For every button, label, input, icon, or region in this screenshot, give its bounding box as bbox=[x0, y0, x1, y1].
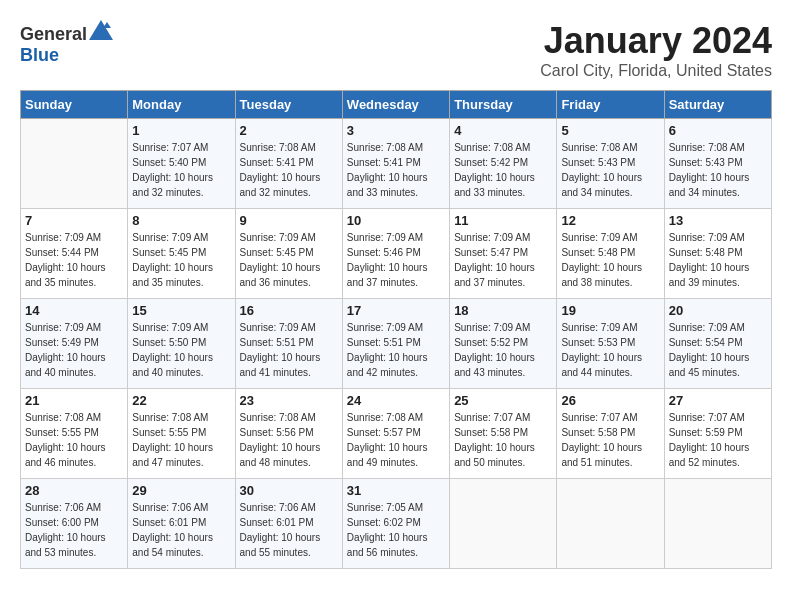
logo-icon bbox=[89, 20, 113, 40]
calendar-cell bbox=[664, 479, 771, 569]
day-info: Sunrise: 7:08 AMSunset: 5:57 PMDaylight:… bbox=[347, 410, 445, 470]
weekday-header: Thursday bbox=[450, 91, 557, 119]
day-number: 21 bbox=[25, 393, 123, 408]
calendar-cell: 23Sunrise: 7:08 AMSunset: 5:56 PMDayligh… bbox=[235, 389, 342, 479]
day-number: 4 bbox=[454, 123, 552, 138]
day-info: Sunrise: 7:09 AMSunset: 5:50 PMDaylight:… bbox=[132, 320, 230, 380]
day-number: 20 bbox=[669, 303, 767, 318]
day-info: Sunrise: 7:06 AMSunset: 6:00 PMDaylight:… bbox=[25, 500, 123, 560]
weekday-header: Monday bbox=[128, 91, 235, 119]
logo: General Blue bbox=[20, 20, 113, 66]
calendar-cell: 28Sunrise: 7:06 AMSunset: 6:00 PMDayligh… bbox=[21, 479, 128, 569]
day-number: 6 bbox=[669, 123, 767, 138]
day-info: Sunrise: 7:08 AMSunset: 5:55 PMDaylight:… bbox=[25, 410, 123, 470]
weekday-header: Wednesday bbox=[342, 91, 449, 119]
calendar-week-row: 1Sunrise: 7:07 AMSunset: 5:40 PMDaylight… bbox=[21, 119, 772, 209]
day-number: 27 bbox=[669, 393, 767, 408]
day-info: Sunrise: 7:07 AMSunset: 5:58 PMDaylight:… bbox=[454, 410, 552, 470]
svg-marker-0 bbox=[89, 20, 113, 40]
day-number: 3 bbox=[347, 123, 445, 138]
calendar-cell: 19Sunrise: 7:09 AMSunset: 5:53 PMDayligh… bbox=[557, 299, 664, 389]
day-number: 22 bbox=[132, 393, 230, 408]
title-section: January 2024 Carol City, Florida, United… bbox=[540, 20, 772, 80]
calendar-cell: 24Sunrise: 7:08 AMSunset: 5:57 PMDayligh… bbox=[342, 389, 449, 479]
logo-blue: Blue bbox=[20, 45, 59, 65]
day-info: Sunrise: 7:09 AMSunset: 5:46 PMDaylight:… bbox=[347, 230, 445, 290]
calendar-cell bbox=[21, 119, 128, 209]
calendar-cell: 5Sunrise: 7:08 AMSunset: 5:43 PMDaylight… bbox=[557, 119, 664, 209]
day-number: 23 bbox=[240, 393, 338, 408]
logo-general: General bbox=[20, 24, 87, 44]
calendar-week-row: 28Sunrise: 7:06 AMSunset: 6:00 PMDayligh… bbox=[21, 479, 772, 569]
day-info: Sunrise: 7:06 AMSunset: 6:01 PMDaylight:… bbox=[132, 500, 230, 560]
day-info: Sunrise: 7:08 AMSunset: 5:55 PMDaylight:… bbox=[132, 410, 230, 470]
day-number: 31 bbox=[347, 483, 445, 498]
day-number: 7 bbox=[25, 213, 123, 228]
day-info: Sunrise: 7:09 AMSunset: 5:53 PMDaylight:… bbox=[561, 320, 659, 380]
day-number: 9 bbox=[240, 213, 338, 228]
day-info: Sunrise: 7:09 AMSunset: 5:51 PMDaylight:… bbox=[240, 320, 338, 380]
calendar-header-row: SundayMondayTuesdayWednesdayThursdayFrid… bbox=[21, 91, 772, 119]
calendar-cell: 25Sunrise: 7:07 AMSunset: 5:58 PMDayligh… bbox=[450, 389, 557, 479]
day-number: 26 bbox=[561, 393, 659, 408]
day-number: 12 bbox=[561, 213, 659, 228]
calendar-cell: 14Sunrise: 7:09 AMSunset: 5:49 PMDayligh… bbox=[21, 299, 128, 389]
calendar-cell: 15Sunrise: 7:09 AMSunset: 5:50 PMDayligh… bbox=[128, 299, 235, 389]
day-number: 29 bbox=[132, 483, 230, 498]
day-info: Sunrise: 7:09 AMSunset: 5:51 PMDaylight:… bbox=[347, 320, 445, 380]
month-title: January 2024 bbox=[540, 20, 772, 62]
day-info: Sunrise: 7:09 AMSunset: 5:49 PMDaylight:… bbox=[25, 320, 123, 380]
calendar-cell: 2Sunrise: 7:08 AMSunset: 5:41 PMDaylight… bbox=[235, 119, 342, 209]
weekday-header: Friday bbox=[557, 91, 664, 119]
day-number: 13 bbox=[669, 213, 767, 228]
calendar-week-row: 14Sunrise: 7:09 AMSunset: 5:49 PMDayligh… bbox=[21, 299, 772, 389]
page-header: General Blue January 2024 Carol City, Fl… bbox=[20, 20, 772, 80]
calendar-body: 1Sunrise: 7:07 AMSunset: 5:40 PMDaylight… bbox=[21, 119, 772, 569]
calendar-cell: 31Sunrise: 7:05 AMSunset: 6:02 PMDayligh… bbox=[342, 479, 449, 569]
day-number: 28 bbox=[25, 483, 123, 498]
calendar-cell: 16Sunrise: 7:09 AMSunset: 5:51 PMDayligh… bbox=[235, 299, 342, 389]
day-info: Sunrise: 7:09 AMSunset: 5:45 PMDaylight:… bbox=[132, 230, 230, 290]
calendar-cell: 12Sunrise: 7:09 AMSunset: 5:48 PMDayligh… bbox=[557, 209, 664, 299]
calendar-cell: 13Sunrise: 7:09 AMSunset: 5:48 PMDayligh… bbox=[664, 209, 771, 299]
calendar-cell: 1Sunrise: 7:07 AMSunset: 5:40 PMDaylight… bbox=[128, 119, 235, 209]
day-number: 2 bbox=[240, 123, 338, 138]
calendar-cell bbox=[557, 479, 664, 569]
day-info: Sunrise: 7:09 AMSunset: 5:47 PMDaylight:… bbox=[454, 230, 552, 290]
calendar-cell: 10Sunrise: 7:09 AMSunset: 5:46 PMDayligh… bbox=[342, 209, 449, 299]
calendar-cell bbox=[450, 479, 557, 569]
calendar-cell: 26Sunrise: 7:07 AMSunset: 5:58 PMDayligh… bbox=[557, 389, 664, 479]
day-info: Sunrise: 7:09 AMSunset: 5:45 PMDaylight:… bbox=[240, 230, 338, 290]
day-info: Sunrise: 7:08 AMSunset: 5:41 PMDaylight:… bbox=[347, 140, 445, 200]
day-number: 15 bbox=[132, 303, 230, 318]
calendar-week-row: 21Sunrise: 7:08 AMSunset: 5:55 PMDayligh… bbox=[21, 389, 772, 479]
day-info: Sunrise: 7:07 AMSunset: 5:40 PMDaylight:… bbox=[132, 140, 230, 200]
day-number: 10 bbox=[347, 213, 445, 228]
weekday-header: Saturday bbox=[664, 91, 771, 119]
calendar-table: SundayMondayTuesdayWednesdayThursdayFrid… bbox=[20, 90, 772, 569]
day-info: Sunrise: 7:08 AMSunset: 5:56 PMDaylight:… bbox=[240, 410, 338, 470]
day-number: 25 bbox=[454, 393, 552, 408]
day-info: Sunrise: 7:07 AMSunset: 5:59 PMDaylight:… bbox=[669, 410, 767, 470]
calendar-cell: 8Sunrise: 7:09 AMSunset: 5:45 PMDaylight… bbox=[128, 209, 235, 299]
day-info: Sunrise: 7:07 AMSunset: 5:58 PMDaylight:… bbox=[561, 410, 659, 470]
day-number: 24 bbox=[347, 393, 445, 408]
day-info: Sunrise: 7:09 AMSunset: 5:48 PMDaylight:… bbox=[669, 230, 767, 290]
day-number: 16 bbox=[240, 303, 338, 318]
calendar-cell: 18Sunrise: 7:09 AMSunset: 5:52 PMDayligh… bbox=[450, 299, 557, 389]
day-number: 14 bbox=[25, 303, 123, 318]
calendar-cell: 29Sunrise: 7:06 AMSunset: 6:01 PMDayligh… bbox=[128, 479, 235, 569]
calendar-week-row: 7Sunrise: 7:09 AMSunset: 5:44 PMDaylight… bbox=[21, 209, 772, 299]
day-number: 5 bbox=[561, 123, 659, 138]
calendar-cell: 20Sunrise: 7:09 AMSunset: 5:54 PMDayligh… bbox=[664, 299, 771, 389]
calendar-cell: 21Sunrise: 7:08 AMSunset: 5:55 PMDayligh… bbox=[21, 389, 128, 479]
calendar-cell: 4Sunrise: 7:08 AMSunset: 5:42 PMDaylight… bbox=[450, 119, 557, 209]
day-number: 30 bbox=[240, 483, 338, 498]
calendar-cell: 7Sunrise: 7:09 AMSunset: 5:44 PMDaylight… bbox=[21, 209, 128, 299]
day-number: 1 bbox=[132, 123, 230, 138]
day-info: Sunrise: 7:09 AMSunset: 5:52 PMDaylight:… bbox=[454, 320, 552, 380]
day-number: 17 bbox=[347, 303, 445, 318]
day-number: 18 bbox=[454, 303, 552, 318]
calendar-cell: 11Sunrise: 7:09 AMSunset: 5:47 PMDayligh… bbox=[450, 209, 557, 299]
day-info: Sunrise: 7:06 AMSunset: 6:01 PMDaylight:… bbox=[240, 500, 338, 560]
